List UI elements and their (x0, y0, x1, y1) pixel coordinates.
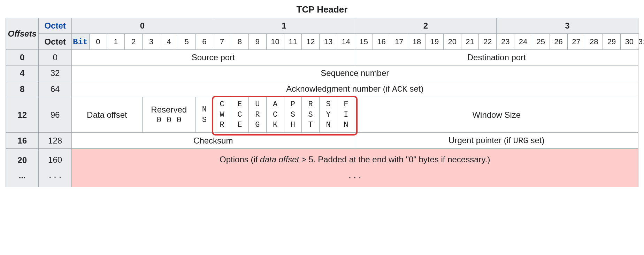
bit-num: 4 (160, 34, 178, 50)
urg-code: URG (513, 136, 528, 146)
bit-num: 0 (89, 34, 107, 50)
bit-num: 17 (390, 34, 408, 50)
ack-post: set) (407, 84, 424, 93)
flag-fin: FIN (337, 97, 355, 133)
reserved-label: Reserved (151, 105, 187, 114)
row-bit: 0 (39, 50, 71, 65)
octet-col-1: 1 (213, 18, 355, 34)
bit-num: 12 (302, 34, 320, 50)
row-octet: 4 (6, 65, 39, 81)
flag-ece: ECE (231, 97, 249, 133)
bit-num: 20 (443, 34, 461, 50)
bit-num: 6 (196, 34, 213, 50)
urg-post: set) (528, 136, 545, 145)
field-dest-port: Destination port (355, 50, 638, 65)
opt-pre: Options (if (220, 155, 260, 164)
octet-col-3: 3 (497, 18, 638, 34)
octet-col-2: 2 (355, 18, 497, 34)
bit-num: 22 (479, 34, 497, 50)
bit-num: 19 (426, 34, 444, 50)
bit-num: 8 (231, 34, 249, 50)
flag-urg: URG (248, 97, 266, 133)
table-caption: TCP Header (6, 4, 638, 15)
octet-col-0: 0 (71, 18, 213, 34)
bit-num: 25 (532, 34, 550, 50)
bit-num: 15 (355, 34, 373, 50)
row-octet: 16 (6, 133, 39, 149)
bit-num: 27 (567, 34, 585, 50)
offsets-cell: Offsets (6, 18, 39, 50)
reserved-value: 0 0 0 (156, 115, 182, 125)
row-bit: 160... (39, 149, 71, 187)
row-bit: 32 (39, 65, 71, 81)
flag-psh: PSH (284, 97, 302, 133)
opt-post: > 5. Padded at the end with "0" bytes if… (299, 155, 490, 164)
field-urgent-ptr: Urgent pointer (if URG set) (355, 133, 638, 149)
row-octet: 20... (6, 149, 39, 187)
field-ack-num: Acknowledgment number (if ACK set) (71, 81, 638, 97)
bit-num: 13 (320, 34, 337, 50)
flag-rst: RST (302, 97, 320, 133)
flag-syn: SYN (320, 97, 337, 133)
field-checksum: Checksum (71, 133, 355, 149)
bit-num: 29 (603, 34, 621, 50)
field-window-size: Window Size (355, 97, 638, 133)
octet-header: Octet (39, 18, 71, 34)
bit-num: 21 (461, 34, 479, 50)
bit-num: 10 (266, 34, 284, 50)
bit-num: 30 (620, 34, 638, 50)
bit-num: 16 (373, 34, 390, 50)
octet-link[interactable]: Octet (44, 21, 66, 30)
bit-num: 9 (248, 34, 266, 50)
bit-num: 26 (550, 34, 567, 50)
field-seq-num: Sequence number (71, 65, 638, 81)
flag-ack: ACK (266, 97, 284, 133)
field-options: Options (if data offset > 5. Padded at t… (71, 149, 638, 187)
bit-num: 3 (143, 34, 160, 50)
bit-num: 23 (497, 34, 514, 50)
bit-num: 2 (125, 34, 143, 50)
bit-num: 18 (408, 34, 426, 50)
ack-code: ACK (392, 85, 407, 94)
flag-ns: NS (196, 97, 213, 133)
bit-header: Bit (71, 34, 89, 50)
row-bit: 128 (39, 133, 71, 149)
bit-link[interactable]: Bit (73, 37, 88, 47)
bit-num: 5 (178, 34, 196, 50)
field-source-port: Source port (71, 50, 355, 65)
octet-subheader: Octet (39, 34, 71, 50)
bit-num: 7 (213, 34, 231, 50)
row-octet: 12 (6, 97, 39, 133)
row-bit: 64 (39, 81, 71, 97)
bit-num: 11 (284, 34, 302, 50)
opt-more: ... (347, 171, 362, 181)
urg-pre: Urgent pointer (if (449, 136, 513, 145)
row-octet: 0 (6, 50, 39, 65)
field-reserved: Reserved 0 0 0 (143, 97, 196, 133)
bit-num: 1 (107, 34, 125, 50)
row-bit: 96 (39, 97, 71, 133)
bit-num: 28 (585, 34, 603, 50)
row-octet: 8 (6, 81, 39, 97)
bit-num: 24 (514, 34, 532, 50)
offsets-label: Offsets (8, 29, 37, 38)
flag-cwr: CWR (213, 97, 231, 133)
bit-num: 14 (337, 34, 355, 50)
tcp-header-table: Offsets Octet 0 1 2 3 Octet Bit 0 1 2 3 … (6, 18, 638, 187)
ack-pre: Acknowledgment number (if (286, 84, 392, 93)
field-data-offset: Data offset (71, 97, 142, 133)
opt-ital: data offset (260, 155, 299, 164)
